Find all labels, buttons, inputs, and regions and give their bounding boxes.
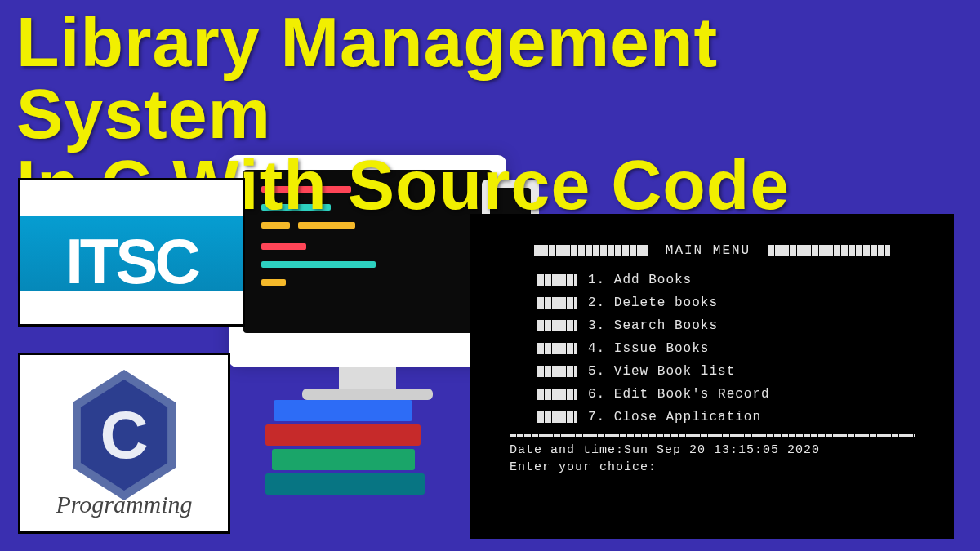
menu-item-view-book-list[interactable]: 5. View Book list	[537, 364, 915, 379]
menu-item-label: 5. View Book list	[588, 364, 735, 379]
c-card-bg: C Programming	[20, 355, 228, 531]
menu-item-label: 6. Edit Book's Record	[588, 387, 770, 402]
c-letter: C	[100, 397, 148, 473]
menu-item-bar	[537, 411, 577, 423]
datetime-line: Date and time:Sun Sep 20 13:15:05 2020	[510, 443, 915, 457]
menu-item-add-books[interactable]: 1. Add Books	[537, 273, 915, 287]
menu-item-bar	[537, 320, 577, 331]
menu-title: MAIN MENU	[666, 243, 751, 258]
menu-item-bar	[537, 297, 577, 309]
menu-item-bar	[537, 366, 577, 377]
menu-item-label: 2. Delete books	[588, 295, 718, 310]
choice-prompt[interactable]: Enter your choice:	[510, 460, 915, 474]
c-hexagon-inner: C	[76, 380, 172, 491]
menu-divider	[510, 434, 915, 437]
title-line-1: Library Management System	[16, 7, 964, 149]
menu-item-edit-book-record[interactable]: 6. Edit Book's Record	[537, 387, 915, 402]
book	[265, 473, 425, 495]
menu-item-delete-books[interactable]: 2. Delete books	[537, 295, 915, 310]
header-bar-right	[768, 245, 890, 256]
menu-item-issue-books[interactable]: 4. Issue Books	[537, 341, 915, 356]
header-bar-left	[534, 245, 648, 256]
menu-item-label: 3. Search Books	[588, 318, 718, 333]
menu-header: MAIN MENU	[510, 243, 915, 258]
terminal-window: MAIN MENU 1. Add Books 2. Delete books 3…	[470, 214, 954, 539]
book	[274, 400, 412, 421]
menu-item-label: 1. Add Books	[588, 273, 692, 287]
menu-item-bar	[537, 343, 577, 354]
menu-item-search-books[interactable]: 3. Search Books	[537, 318, 915, 333]
itsc-logo-card: ITSC	[18, 178, 245, 327]
book	[265, 424, 421, 446]
c-hexagon-icon: C	[67, 370, 181, 500]
monitor-base	[302, 389, 433, 400]
c-programming-label: Programming	[20, 491, 228, 518]
itsc-logo-text: ITSC	[20, 224, 243, 299]
menu-item-bar	[537, 274, 577, 286]
c-programming-card: C Programming	[18, 353, 230, 534]
book	[272, 449, 415, 470]
menu-item-bar	[537, 389, 577, 400]
menu-item-close-application[interactable]: 7. Close Application	[537, 410, 915, 424]
books-stack-icon	[265, 400, 429, 498]
menu-item-label: 7. Close Application	[588, 410, 761, 424]
menu-item-label: 4. Issue Books	[588, 341, 709, 356]
